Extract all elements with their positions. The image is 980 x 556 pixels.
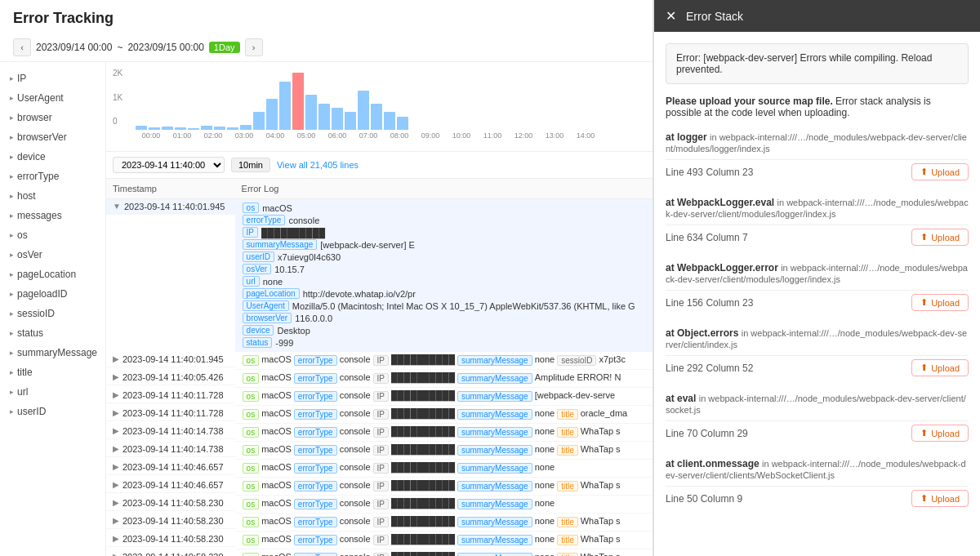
tag-key: UserAgent bbox=[243, 300, 289, 311]
table-row[interactable]: ▶2023-09-14 11:40:11.728osmacOS errorTyp… bbox=[106, 388, 653, 406]
sidebar-label: UserAgent bbox=[17, 92, 64, 104]
table-row[interactable]: ▶2023-09-14 11:40:01.945osmacOS errorTyp… bbox=[106, 352, 653, 370]
sidebar-item-pagelocation[interactable]: ▸pageLocation bbox=[0, 265, 105, 284]
tag-summaryMessage: summaryMessage bbox=[457, 535, 532, 545]
table-row[interactable]: ▶2023-09-14 11:40:58.230osmacOS errorTyp… bbox=[106, 496, 653, 514]
stack-entry-4: at eval in webpack-internal:///…/node_mo… bbox=[666, 393, 969, 445]
expand-button[interactable]: ▶ bbox=[113, 354, 119, 363]
table-row[interactable]: ▶2023-09-14 11:40:14.738osmacOS errorTyp… bbox=[106, 424, 653, 442]
time-select[interactable]: 2023-09-14 11:40:00 bbox=[113, 157, 225, 173]
chevron-icon: ▸ bbox=[10, 388, 14, 396]
sidebar-item-browser[interactable]: ▸browser bbox=[0, 108, 105, 127]
next-arrow[interactable]: › bbox=[245, 38, 263, 56]
sidebar-item-browserver[interactable]: ▸browserVer bbox=[0, 127, 105, 147]
expand-button[interactable]: ▶ bbox=[113, 462, 119, 471]
expand-button[interactable]: ▶ bbox=[113, 444, 119, 453]
sidebar-label: status bbox=[17, 327, 43, 339]
expand-button[interactable]: ▶ bbox=[113, 516, 119, 525]
tag-val-errorType: console bbox=[340, 444, 371, 456]
close-button[interactable]: ✕ bbox=[666, 8, 676, 24]
expand-button[interactable]: ▶ bbox=[113, 552, 119, 557]
expand-button[interactable]: ▶ bbox=[113, 408, 119, 417]
tag-summaryMessage: summaryMessage bbox=[457, 463, 532, 474]
chevron-icon: ▸ bbox=[10, 349, 14, 357]
sidebar-item-ip[interactable]: ▸IP bbox=[0, 69, 105, 88]
panel-title: Error Stack bbox=[686, 10, 743, 23]
upload-button[interactable]: ⬆ Upload bbox=[911, 229, 969, 246]
table-row[interactable]: ▶2023-09-14 11:40:14.738osmacOS errorTyp… bbox=[106, 442, 653, 460]
sidebar-item-useragent[interactable]: ▸UserAgent bbox=[0, 88, 105, 108]
tag-IP: IP bbox=[373, 553, 389, 556]
sidebar-item-summarymessage[interactable]: ▸summaryMessage bbox=[0, 343, 105, 363]
table-row[interactable]: ▶2023-09-14 11:40:11.728osmacOS errorTyp… bbox=[106, 406, 653, 424]
timestamp: 2023-09-14 11:40:58.230 bbox=[122, 498, 224, 508]
tag-value: Mozilla/5.0 (Macintosh; Intel Mac OS X 1… bbox=[292, 301, 635, 311]
stack-at-line: at client.onmessage in webpack-internal:… bbox=[666, 458, 969, 481]
tag-errorType: errorType bbox=[294, 355, 337, 366]
sidebar: ▸IP▸UserAgent▸browser▸browserVer▸device▸… bbox=[0, 62, 106, 556]
upload-label: Upload bbox=[931, 298, 960, 308]
table-row[interactable]: ▶2023-09-14 11:40:46.657osmacOS errorTyp… bbox=[106, 460, 653, 478]
tag-IP: IP bbox=[373, 427, 389, 438]
tag-val-summaryMessage: [webpack-dev-serve bbox=[535, 390, 615, 403]
stack-at-line: at WebpackLogger.error in webpack-intern… bbox=[666, 262, 969, 285]
sidebar-item-osver[interactable]: ▸osVer bbox=[0, 245, 105, 265]
tag-errorType: errorType bbox=[294, 463, 337, 474]
error-log-cell: osmacOS errorTypeconsole IP██████████ su… bbox=[235, 549, 653, 557]
tag-IP: IP bbox=[373, 499, 389, 509]
prev-arrow[interactable]: ‹ bbox=[13, 38, 31, 56]
sidebar-item-os[interactable]: ▸os bbox=[0, 225, 105, 245]
view-all-link[interactable]: View all 21,405 lines bbox=[277, 160, 359, 170]
sidebar-item-url[interactable]: ▸url bbox=[0, 382, 105, 402]
sidebar-item-title[interactable]: ▸title bbox=[0, 363, 105, 382]
expand-cell: ▶2023-09-14 11:40:58.230 bbox=[106, 549, 235, 557]
sidebar-item-errortype[interactable]: ▸errorType bbox=[0, 167, 105, 186]
stack-func: at WebpackLogger.eval bbox=[666, 197, 774, 208]
tag-value: x7uievg0I4c630 bbox=[278, 252, 341, 262]
sidebar-item-status[interactable]: ▸status bbox=[0, 323, 105, 343]
tag-errorType: errorType bbox=[294, 445, 337, 456]
expand-button[interactable]: ▶ bbox=[113, 498, 119, 507]
table-row[interactable]: ▶2023-09-14 11:40:58.230osmacOS errorTyp… bbox=[106, 514, 653, 532]
x-axis-label: 03:00 bbox=[229, 131, 260, 140]
upload-button[interactable]: ⬆ Upload bbox=[911, 359, 969, 376]
sidebar-item-userid[interactable]: ▸userID bbox=[0, 402, 105, 421]
upload-button[interactable]: ⬆ Upload bbox=[911, 425, 969, 442]
expand-button[interactable]: ▶ bbox=[113, 426, 119, 435]
chart-bar bbox=[292, 73, 304, 130]
table-row[interactable]: ▶2023-09-14 11:40:58.230osmacOS errorTyp… bbox=[106, 549, 653, 557]
expand-button[interactable]: ▶ bbox=[113, 372, 119, 381]
y-label-0: 0 bbox=[113, 117, 122, 126]
tag-val-summaryMessage: none bbox=[535, 498, 555, 510]
expand-button[interactable]: ▶ bbox=[113, 390, 119, 399]
tag-key: browserVer bbox=[243, 313, 292, 323]
upload-button[interactable]: ⬆ Upload bbox=[911, 490, 969, 507]
day-badge[interactable]: 1Day bbox=[209, 42, 240, 53]
table-row[interactable]: ▶2023-09-14 11:40:46.657osmacOS errorTyp… bbox=[106, 478, 653, 496]
tag-val-errorType: console bbox=[340, 462, 371, 474]
sidebar-item-device[interactable]: ▸device bbox=[0, 147, 105, 167]
table-row[interactable]: ▶2023-09-14 11:40:05.426osmacOS errorTyp… bbox=[106, 370, 653, 388]
tag-os: os bbox=[243, 373, 260, 384]
tag-os: os bbox=[243, 427, 260, 438]
upload-button[interactable]: ⬆ Upload bbox=[911, 163, 969, 180]
expand-button[interactable]: ▶ bbox=[113, 534, 119, 543]
tag-value: none bbox=[263, 277, 283, 287]
sidebar-label: sessioID bbox=[17, 308, 55, 319]
sidebar-item-sessioid[interactable]: ▸sessioID bbox=[0, 304, 105, 323]
upload-icon: ⬆ bbox=[920, 232, 928, 242]
sidebar-item-host[interactable]: ▸host bbox=[0, 186, 105, 206]
sidebar-item-pageloadid[interactable]: ▸pageloadID bbox=[0, 284, 105, 304]
tag-IP: IP bbox=[373, 463, 389, 474]
expand-button[interactable]: ▼ bbox=[113, 202, 121, 211]
line-col-row: Line 50 Column 9⬆ Upload bbox=[666, 486, 969, 510]
table-row[interactable]: ▶2023-09-14 11:40:58.230osmacOS errorTyp… bbox=[106, 532, 653, 549]
table-row[interactable]: ▼2023-09-14 11:40:01.945osmacOSerrorType… bbox=[106, 199, 653, 352]
error-log-cell: osmacOS errorTypeconsole IP██████████ su… bbox=[235, 478, 653, 496]
sidebar-item-messages[interactable]: ▸messages bbox=[0, 206, 105, 225]
line-col-row: Line 292 Column 52⬆ Upload bbox=[666, 355, 969, 380]
stack-func: at WebpackLogger.error bbox=[666, 262, 778, 274]
tag-IP: IP bbox=[373, 517, 389, 527]
expand-button[interactable]: ▶ bbox=[113, 480, 119, 489]
upload-button[interactable]: ⬆ Upload bbox=[911, 294, 969, 311]
